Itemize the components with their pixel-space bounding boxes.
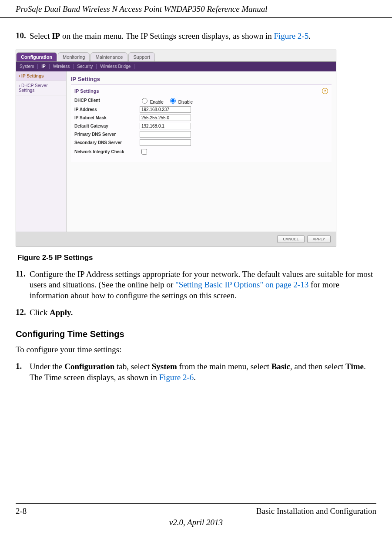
page-footer: 2-8 Basic Installation and Configuration… (16, 503, 376, 527)
text: , and then select (290, 362, 345, 371)
panel-subhead-label: IP Settings (74, 88, 99, 94)
step-number: 11. (16, 269, 30, 301)
checkbox-network-integrity[interactable] (141, 149, 147, 155)
footer-chapter: Basic Installation and Configuration (256, 506, 376, 516)
bold-ip: IP (52, 31, 60, 40)
panel-subhead: IP Settings ? (74, 86, 328, 96)
bold-time: Time (345, 362, 364, 371)
row-secondary-dns: Secondary DNS Server (74, 138, 328, 147)
bold-system: System (152, 362, 177, 371)
panel-heading: IP Settings (71, 74, 332, 84)
radio-disable[interactable]: Disable (168, 97, 193, 105)
label-default-gateway: Default Gateway (74, 124, 140, 128)
label-dhcp-client: DHCP Client (74, 98, 140, 103)
bold-apply: Apply. (50, 308, 73, 317)
row-dhcp-client: DHCP Client Enable Disable (74, 96, 328, 105)
radio-disable-label: Disable (178, 100, 193, 105)
figure-link[interactable]: Figure 2-6 (159, 373, 194, 382)
body-paragraph: To configure your time settings: (16, 344, 376, 355)
step-text: Click Apply. (30, 307, 376, 318)
row-network-integrity: Network Integrity Check (74, 147, 328, 157)
subtab-wireless-bridge[interactable]: Wireless Bridge (97, 64, 134, 69)
header-title: ProSafe Dual Band Wireless N Access Poin… (0, 0, 392, 18)
input-primary-dns[interactable] (140, 131, 191, 138)
radio-enable-label: Enable (150, 100, 164, 105)
subtab-ip[interactable]: IP (38, 64, 49, 69)
panel-box: IP Settings ? DHCP Client Enable Disable (71, 84, 332, 162)
bottom-bar: CANCEL APPLY (16, 232, 336, 246)
text: Click (30, 308, 50, 317)
bold-basic: Basic (271, 362, 290, 371)
sidebar-item-ip-settings[interactable]: › IP Settings (16, 71, 66, 81)
subtab-wireless[interactable]: Wireless (50, 64, 74, 69)
sidebar-item-dhcp-server[interactable]: › DHCP Server Settings (16, 81, 66, 95)
subtab-system[interactable]: System (16, 64, 38, 69)
row-subnet-mask: IP Subnet Mask (74, 114, 328, 122)
figure-link[interactable]: Figure 2-5 (274, 31, 309, 40)
radio-disable-input[interactable] (170, 98, 176, 104)
row-default-gateway: Default Gateway (74, 122, 328, 130)
input-ip-address[interactable] (140, 106, 191, 113)
step-text: Under the Configuration tab, select Syst… (30, 361, 376, 383)
cancel-button[interactable]: CANCEL (277, 235, 305, 243)
radio-enable[interactable]: Enable (140, 97, 164, 105)
figure-2-5: Configuration Monitoring Maintenance Sup… (16, 50, 376, 262)
input-default-gateway[interactable] (140, 123, 191, 129)
text: Select (30, 31, 52, 40)
main-panel: IP Settings IP Settings ? DHCP Client En… (67, 71, 336, 233)
input-secondary-dns[interactable] (140, 139, 191, 146)
section-heading-time: Configuring Time Settings (16, 329, 376, 339)
label-secondary-dns: Secondary DNS Server (74, 140, 140, 145)
step-11: 11. Configure the IP Address settings ap… (16, 269, 376, 301)
sidebar-item-label: DHCP Server Settings (19, 83, 48, 93)
step-text: Select IP on the main menu. The IP Setti… (30, 31, 376, 42)
label-subnet-mask: IP Subnet Mask (74, 115, 140, 120)
step-number: 12. (16, 307, 30, 318)
row-primary-dns: Primary DNS Server (74, 130, 328, 138)
text: . (194, 373, 196, 382)
help-icon[interactable]: ? (322, 88, 328, 94)
bold-configuration: Configuration (64, 362, 114, 371)
subtabs-row: System IP Wireless Security Wireless Bri… (16, 62, 336, 71)
sidebar-item-label: IP Settings (21, 74, 44, 78)
step-1-time: 1. Under the Configuration tab, select S… (16, 361, 376, 383)
page-number: 2-8 (16, 506, 27, 516)
input-subnet-mask[interactable] (140, 115, 191, 121)
step-10: 10. Select IP on the main menu. The IP S… (16, 31, 376, 42)
screenshot-ip-settings: Configuration Monitoring Maintenance Sup… (16, 50, 336, 246)
tabs-row: Configuration Monitoring Maintenance Sup… (16, 50, 336, 62)
radio-enable-input[interactable] (142, 98, 147, 104)
text: tab, select (114, 362, 151, 371)
text: . (308, 31, 311, 40)
label-ip-address: IP Address (74, 107, 140, 112)
screenshot-body: › IP Settings › DHCP Server Settings IP … (16, 71, 336, 233)
footer-version: v2.0, April 2013 (16, 518, 376, 527)
tab-monitoring[interactable]: Monitoring (58, 52, 90, 61)
apply-button[interactable]: APPLY (307, 235, 331, 243)
step-text: Configure the IP Address settings approp… (30, 269, 376, 301)
step-number: 10. (16, 31, 30, 42)
tab-configuration[interactable]: Configuration (16, 52, 57, 61)
label-network-integrity: Network Integrity Check (74, 149, 140, 154)
label-primary-dns: Primary DNS Server (74, 132, 140, 137)
tab-maintenance[interactable]: Maintenance (90, 52, 127, 61)
cross-ref-link[interactable]: "Setting Basic IP Options" on page 2-13 (175, 280, 308, 289)
text: from the main menu, select (177, 362, 271, 371)
subtab-security[interactable]: Security (74, 64, 97, 69)
step-number: 1. (16, 361, 30, 383)
radio-group-dhcp: Enable Disable (140, 97, 193, 105)
text: Under the (30, 362, 64, 371)
figure-caption: Figure 2-5 IP Settings (17, 253, 376, 262)
step-12: 12. Click Apply. (16, 307, 376, 318)
text: on the main menu. The IP Settings screen… (60, 31, 274, 40)
row-ip-address: IP Address (74, 105, 328, 114)
sidebar: › IP Settings › DHCP Server Settings (16, 71, 67, 233)
tab-support[interactable]: Support (128, 52, 155, 61)
